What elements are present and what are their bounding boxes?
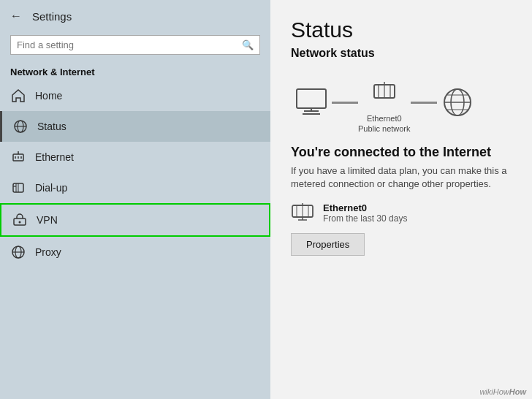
- info-text: If you have a limited data plan, you can…: [291, 164, 512, 191]
- computer-icon: [291, 82, 332, 123]
- sidebar-item-home[interactable]: Home: [0, 80, 270, 111]
- section-label: Network & Internet: [0, 62, 270, 80]
- sidebar-item-ethernet[interactable]: Ethernet: [0, 142, 270, 172]
- sidebar-item-vpn-label: VPN: [37, 214, 58, 226]
- button-row: Properties: [291, 233, 512, 256]
- sidebar-item-proxy-label: Proxy: [35, 246, 61, 258]
- proxy-icon: [10, 244, 26, 260]
- adapter-row-icon: [291, 201, 314, 224]
- diagram-line-2: [411, 102, 437, 104]
- sidebar-item-proxy[interactable]: Proxy: [0, 237, 270, 267]
- sidebar-item-home-label: Home: [35, 90, 62, 102]
- main-panel: Status Network status: [270, 0, 532, 399]
- sidebar-item-vpn[interactable]: VPN: [0, 203, 270, 237]
- section-title: Network status: [291, 47, 512, 60]
- adapter-sub: From the last 30 days: [323, 213, 407, 224]
- dialup-icon: [10, 180, 26, 196]
- vpn-icon: [12, 212, 28, 228]
- svg-point-12: [19, 221, 21, 224]
- internet-icon-diagram: [437, 82, 478, 123]
- adapter-label: Ethernet0: [367, 114, 402, 123]
- sidebar-item-status[interactable]: Status: [0, 111, 270, 142]
- adapter-row: Ethernet0 From the last 30 days: [291, 201, 512, 224]
- properties-button[interactable]: Properties: [291, 233, 365, 256]
- home-icon: [10, 88, 26, 104]
- adapter-icon-diagram: [364, 72, 405, 113]
- diagram-line-1: [332, 102, 358, 104]
- ethernet-icon: [10, 149, 26, 165]
- wikihow-badge: wikiHowHow: [479, 387, 526, 396]
- sidebar-item-dialup-label: Dial-up: [35, 182, 67, 194]
- back-button[interactable]: ←: [7, 7, 25, 25]
- adapter-group: Ethernet0 Public network: [358, 72, 411, 133]
- adapter-name: Ethernet0: [323, 202, 407, 213]
- svg-rect-16: [297, 89, 326, 108]
- sidebar-item-ethernet-label: Ethernet: [35, 151, 74, 163]
- globe-icon-status: [12, 118, 28, 134]
- adapter-info: Ethernet0 From the last 30 days: [323, 202, 407, 224]
- sidebar: ← Settings 🔍 Network & Internet Home: [0, 0, 270, 399]
- sidebar-item-status-label: Status: [37, 121, 66, 132]
- network-label: Public network: [358, 124, 411, 133]
- page-title: Status: [291, 18, 512, 42]
- network-diagram: Ethernet0 Public network: [291, 72, 512, 133]
- search-box[interactable]: 🔍: [10, 35, 260, 55]
- connected-text: You're connected to the Internet: [291, 145, 512, 160]
- search-input[interactable]: [17, 39, 242, 50]
- sidebar-title: Settings: [32, 10, 72, 23]
- sidebar-titlebar: ← Settings: [0, 0, 270, 32]
- sidebar-item-dialup[interactable]: Dial-up: [0, 172, 270, 203]
- search-icon: 🔍: [242, 39, 254, 50]
